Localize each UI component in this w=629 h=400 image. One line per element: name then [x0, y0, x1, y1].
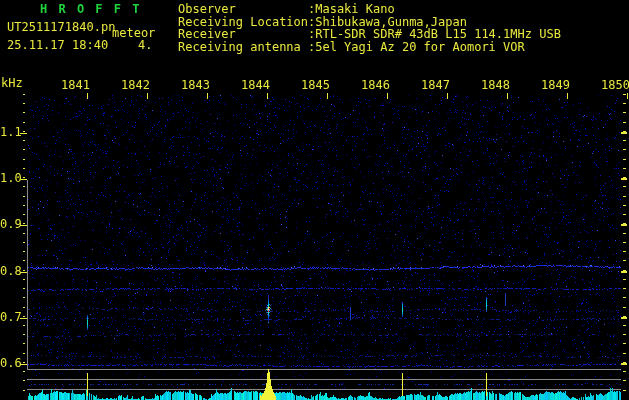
time-label: 1850 [601, 79, 629, 91]
field-value-antenna: :5el Yagi Az 20 for Aomori VOR [308, 41, 525, 53]
freq-label: 1.0 [0, 172, 19, 184]
time-label: 1848 [481, 79, 513, 91]
spectrogram-canvas [0, 0, 629, 400]
field-label-receiver: Receiver [178, 28, 236, 40]
app-title: H R O F F T [40, 3, 141, 15]
freq-label: 0.7 [0, 311, 19, 323]
time-label: 1846 [361, 79, 393, 91]
freq-label: 0.8 [0, 265, 19, 277]
hrofft-screen: H R O F F T UT2511171840.pn meteor 25.11… [0, 0, 629, 400]
time-label: 1847 [421, 79, 453, 91]
echo-counter: 4. [138, 39, 152, 51]
timestamp: 25.11.17 18:40 [7, 39, 108, 51]
freq-unit-label: kHz [1, 77, 23, 89]
time-label: 1843 [181, 79, 213, 91]
field-value-receiver: :RTL-SDR SDR# 43dB L15 114.1MHz USB [308, 28, 561, 40]
freq-label: 0.9 [0, 218, 19, 230]
freq-label: 0.6 [0, 357, 19, 369]
time-label: 1849 [541, 79, 573, 91]
time-label: 1841 [61, 79, 93, 91]
field-label-observer: Observer [178, 3, 236, 15]
time-label: 1845 [301, 79, 333, 91]
time-label: 1844 [241, 79, 273, 91]
time-label: 1842 [121, 79, 153, 91]
field-label-antenna: Receiving antenna [178, 41, 301, 53]
field-value-observer: :Masaki Kano [308, 3, 395, 15]
freq-label: 1.1 [0, 126, 19, 138]
capture-filename: UT2511171840.pn [7, 21, 115, 33]
